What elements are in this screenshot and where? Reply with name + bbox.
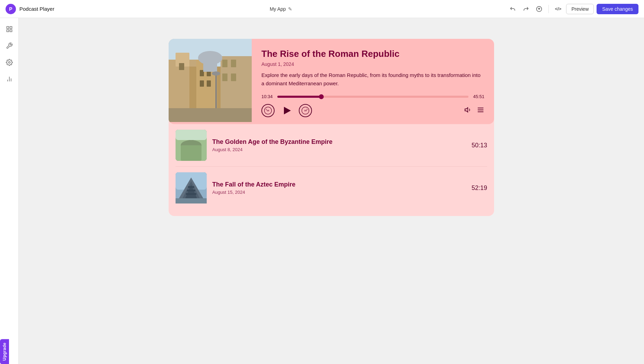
preview-button[interactable]: Preview — [566, 4, 594, 14]
svg-text:15: 15 — [267, 110, 269, 112]
episode-item-title: The Golden Age of the Byzantine Empire — [212, 138, 466, 146]
svg-text:15: 15 — [304, 110, 307, 112]
episode-title: The Rise of the Roman Republic — [261, 49, 484, 59]
list-item[interactable]: The Fall of the Aztec Empire August 15, … — [176, 167, 487, 209]
svg-rect-29 — [169, 108, 252, 122]
svg-rect-15 — [179, 63, 184, 70]
topbar-center: My App ✎ — [270, 6, 292, 12]
episode-date: August 1, 2024 — [261, 61, 484, 67]
forward-button[interactable]: 15 — [299, 104, 312, 117]
sidebar-item-tools[interactable] — [2, 39, 16, 53]
svg-rect-21 — [222, 60, 227, 67]
main-layout: Upgrade — [0, 18, 644, 364]
play-button[interactable] — [280, 104, 293, 117]
progress-thumb — [319, 94, 324, 99]
now-playing-image — [169, 39, 252, 122]
app-name-label: Podcast Player — [19, 6, 54, 12]
topbar: P Podcast Player My App ✎ </> Preview Sa… — [0, 0, 644, 18]
publish-button[interactable] — [534, 4, 544, 14]
svg-rect-45 — [176, 130, 207, 140]
app-avatar: P — [6, 4, 16, 14]
svg-rect-54 — [176, 198, 207, 203]
code-button[interactable]: </> — [553, 4, 564, 14]
sidebar-item-settings[interactable] — [2, 55, 16, 69]
episode-item-info: The Fall of the Aztec Empire August 15, … — [212, 181, 466, 195]
svg-point-5 — [8, 62, 10, 63]
svg-rect-1 — [7, 27, 9, 29]
svg-rect-19 — [207, 80, 211, 87]
episode-description: Explore the early days of the Roman Repu… — [261, 71, 484, 88]
svg-rect-23 — [222, 73, 227, 81]
svg-rect-4 — [10, 30, 12, 32]
volume-icon[interactable] — [464, 106, 472, 115]
code-icon: </> — [555, 6, 562, 11]
controls-row: 15 15 — [261, 104, 484, 117]
episode-item-date: August 15, 2024 — [212, 190, 466, 195]
time-current: 10:34 — [261, 94, 275, 99]
rewind-button[interactable]: 15 — [261, 104, 275, 117]
save-button[interactable]: Save changes — [597, 4, 638, 14]
time-total: 45:51 — [471, 94, 484, 99]
svg-rect-2 — [10, 27, 12, 29]
episode-list: The Golden Age of the Byzantine Empire A… — [169, 124, 494, 216]
list-item[interactable]: The Golden Age of the Byzantine Empire A… — [176, 124, 487, 167]
now-playing-card: The Rise of the Roman Republic August 1,… — [169, 39, 494, 124]
episode-item-date: August 8, 2024 — [212, 147, 466, 152]
svg-rect-52 — [187, 190, 195, 191]
svg-rect-3 — [7, 30, 9, 32]
svg-rect-44 — [181, 145, 202, 161]
redo-button[interactable] — [521, 4, 531, 14]
now-playing-info: The Rise of the Roman Republic August 1,… — [252, 39, 494, 124]
podcast-widget: The Rise of the Roman Republic August 1,… — [169, 39, 494, 216]
topbar-right: </> Preview Save changes — [508, 4, 638, 14]
controls-right — [464, 106, 484, 115]
episode-duration: 50:13 — [472, 142, 487, 149]
upgrade-tab[interactable]: Upgrade — [0, 339, 9, 364]
svg-point-28 — [212, 71, 220, 76]
episode-item-info: The Golden Age of the Byzantine Empire A… — [212, 138, 466, 152]
svg-marker-34 — [465, 107, 468, 112]
sidebar-item-analytics[interactable] — [2, 72, 16, 86]
sidebar-item-dashboard[interactable] — [2, 22, 16, 36]
progress-fill — [277, 96, 321, 98]
episode-thumb-aztec — [176, 172, 207, 203]
progress-track[interactable] — [277, 96, 468, 98]
svg-rect-51 — [186, 193, 196, 195]
episode-item-title: The Fall of the Aztec Empire — [212, 181, 466, 188]
menu-icon[interactable] — [477, 106, 484, 115]
content-area: The Rise of the Roman Republic August 1,… — [19, 18, 644, 364]
play-triangle-icon — [284, 107, 291, 114]
episode-duration: 52:19 — [472, 184, 487, 192]
undo-button[interactable] — [508, 4, 518, 14]
svg-rect-22 — [231, 60, 236, 67]
episode-thumb-byzantine — [176, 130, 207, 161]
topbar-left: P Podcast Player — [6, 4, 54, 14]
sidebar: Upgrade — [0, 18, 19, 364]
svg-rect-24 — [231, 73, 236, 81]
progress-row: 10:34 45:51 — [261, 94, 484, 99]
svg-rect-53 — [188, 186, 194, 188]
edit-icon[interactable]: ✎ — [288, 6, 292, 12]
svg-rect-18 — [200, 80, 204, 87]
svg-rect-26 — [203, 58, 217, 72]
toolbar-divider — [548, 5, 549, 13]
project-name: My App — [270, 6, 286, 12]
